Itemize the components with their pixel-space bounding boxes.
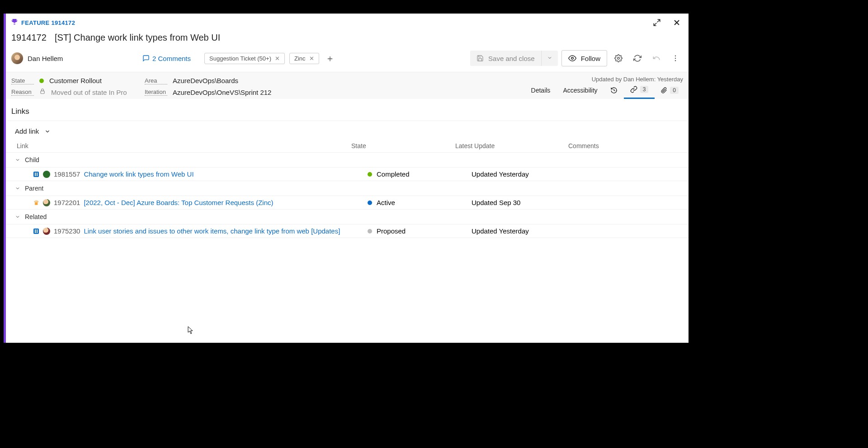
link-item-row[interactable]: 1981557 Change work link types from Web … xyxy=(6,168,689,181)
tab-details[interactable]: Details xyxy=(525,82,557,98)
links-panel: Links Add link Link State Latest Update … xyxy=(6,99,689,343)
tag-label: Suggestion Ticket (50+) xyxy=(209,55,271,62)
link-group-row[interactable]: Child xyxy=(6,153,689,168)
col-comments[interactable]: Comments xyxy=(568,142,678,149)
epic-icon: ♛ xyxy=(33,200,39,206)
lock-icon xyxy=(39,88,46,96)
tag[interactable]: Suggestion Ticket (50+) ✕ xyxy=(204,53,285,64)
title-row: 1914172 [ST] Change work link types from… xyxy=(6,32,689,47)
meta-section: State Customer Rollout Area AzureDevOps\… xyxy=(6,72,689,99)
state-dot-icon xyxy=(368,229,372,233)
userstory-icon xyxy=(33,171,39,177)
chevron-down-icon xyxy=(44,128,51,135)
tab-accessibility[interactable]: Accessibility xyxy=(557,82,604,98)
links-grid-header: Link State Latest Update Comments xyxy=(6,140,689,153)
link-item-id: 1975230 xyxy=(54,227,80,235)
link-group-row[interactable]: Related xyxy=(6,210,689,224)
reason-label: Reason xyxy=(11,89,34,96)
assignee-name: Dan Hellem xyxy=(28,55,63,62)
tags: Suggestion Ticket (50+) ✕ Zinc ✕ ＋ xyxy=(204,52,336,65)
svg-point-2 xyxy=(675,56,676,56)
tag-label: Zinc xyxy=(294,55,306,62)
tag-remove-icon[interactable]: ✕ xyxy=(309,55,314,62)
link-item-latest: Updated Yesterday xyxy=(472,170,585,178)
attachments-count-badge: 0 xyxy=(670,87,679,94)
more-icon[interactable] xyxy=(668,51,683,66)
work-item-type-label: FEATURE 1914172 xyxy=(21,19,75,26)
col-latest[interactable]: Latest Update xyxy=(455,142,568,149)
comments-link[interactable]: 2 Comments xyxy=(142,55,191,62)
tab-history[interactable] xyxy=(604,82,624,98)
links-heading: Links xyxy=(8,107,687,121)
tag[interactable]: Zinc ✕ xyxy=(289,53,319,64)
link-item-id: 1972201 xyxy=(54,199,80,206)
work-item-title[interactable]: [ST] Change work link types from Web UI xyxy=(55,33,220,43)
group-name: Related xyxy=(25,213,47,220)
chevron-down-icon xyxy=(15,214,20,219)
group-name: Parent xyxy=(25,185,43,192)
group-name: Child xyxy=(25,156,39,163)
link-item-state: Completed xyxy=(377,170,410,178)
save-and-close-button[interactable]: Save and close xyxy=(470,51,558,66)
tag-remove-icon[interactable]: ✕ xyxy=(275,55,280,62)
avatar xyxy=(43,199,50,206)
state-dot-icon xyxy=(39,79,44,83)
follow-button[interactable]: Follow xyxy=(561,50,607,66)
avatar xyxy=(43,228,50,235)
dialog-header: FEATURE 1914172 xyxy=(6,14,689,32)
svg-point-3 xyxy=(675,58,676,59)
link-item-row[interactable]: 1975230 Link user stories and issues to … xyxy=(6,224,689,238)
link-item-row[interactable]: ♛ 1972201 [2022, Oct - Dec] Azure Boards… xyxy=(6,196,689,210)
undo-icon[interactable] xyxy=(649,51,664,66)
toolbar: Dan Hellem 2 Comments Suggestion Ticket … xyxy=(6,47,689,72)
svg-point-0 xyxy=(571,57,573,60)
link-item-title[interactable]: Link user stories and issues to other wo… xyxy=(84,227,340,235)
add-tag-button[interactable]: ＋ xyxy=(324,52,336,65)
tabs: Details Accessibility 3 0 xyxy=(525,81,685,99)
save-label: Save and close xyxy=(488,55,535,62)
state-dot-icon xyxy=(368,201,372,205)
link-group-row[interactable]: Parent xyxy=(6,181,689,196)
trophy-icon xyxy=(11,19,18,27)
col-state[interactable]: State xyxy=(351,142,455,149)
link-item-latest: Updated Yesterday xyxy=(472,227,585,235)
save-dropdown-caret[interactable] xyxy=(541,51,558,66)
follow-label: Follow xyxy=(581,55,600,62)
link-item-title[interactable]: Change work link types from Web UI xyxy=(84,170,193,178)
work-item-id: 1914172 xyxy=(11,33,47,43)
assignee-picker[interactable]: Dan Hellem xyxy=(11,52,129,64)
link-item-id: 1981557 xyxy=(54,170,80,178)
work-item-dialog: FEATURE 1914172 1914172 [ST] Change work… xyxy=(4,14,689,343)
svg-point-1 xyxy=(618,57,620,60)
add-link-button[interactable]: Add link xyxy=(6,121,689,140)
refresh-icon[interactable] xyxy=(630,51,645,66)
close-icon[interactable] xyxy=(670,16,683,29)
iteration-label: Iteration xyxy=(145,89,167,96)
area-label: Area xyxy=(145,77,167,84)
add-link-label: Add link xyxy=(15,127,39,135)
tab-attachments[interactable]: 0 xyxy=(655,82,685,98)
chevron-down-icon xyxy=(15,186,20,191)
expand-icon[interactable] xyxy=(651,16,663,29)
links-count-badge: 3 xyxy=(640,86,649,93)
state-dot-icon xyxy=(368,172,372,177)
col-link[interactable]: Link xyxy=(17,142,351,149)
chevron-down-icon xyxy=(15,157,20,163)
link-item-title[interactable]: [2022, Oct - Dec] Azure Boards: Top Cust… xyxy=(84,199,273,206)
state-label: State xyxy=(11,77,34,84)
link-item-state: Active xyxy=(377,199,395,206)
userstory-icon xyxy=(33,228,39,234)
avatar xyxy=(11,52,23,64)
tab-links[interactable]: 3 xyxy=(624,81,655,99)
gear-icon[interactable] xyxy=(611,51,626,66)
comments-count: 2 Comments xyxy=(152,55,191,62)
reason-value[interactable]: Moved out of state In Pro xyxy=(51,89,136,96)
avatar xyxy=(43,171,50,178)
state-value[interactable]: Customer Rollout xyxy=(49,77,136,84)
link-item-latest: Updated Sep 30 xyxy=(472,199,585,206)
svg-rect-5 xyxy=(41,91,44,93)
svg-point-4 xyxy=(675,60,676,61)
link-item-state: Proposed xyxy=(377,227,406,235)
